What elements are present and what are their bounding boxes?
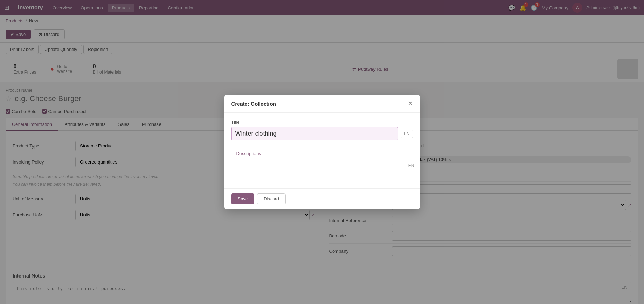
modal-tab-descriptions[interactable]: Descriptions bbox=[231, 147, 266, 160]
modal-desc-area: EN bbox=[224, 160, 420, 188]
modal-body: Title EN bbox=[224, 113, 420, 147]
modal-save-button[interactable]: Save bbox=[231, 193, 254, 204]
modal-footer: Save Discard bbox=[224, 188, 420, 209]
modal-title-input[interactable] bbox=[231, 127, 398, 140]
modal-input-row: EN bbox=[231, 127, 413, 140]
modal-title-label: Title bbox=[231, 120, 413, 125]
modal-title: Create: Collection bbox=[231, 101, 276, 107]
modal-discard-button[interactable]: Discard bbox=[257, 193, 286, 204]
modal-tabs: Descriptions bbox=[224, 147, 420, 160]
modal-title-lang: EN bbox=[401, 130, 413, 138]
modal-desc-lang: EN bbox=[408, 163, 414, 168]
modal-close-button[interactable]: ✕ bbox=[408, 100, 413, 107]
modal-header: Create: Collection ✕ bbox=[224, 95, 420, 113]
create-collection-modal: Create: Collection ✕ Title EN Descriptio… bbox=[224, 95, 420, 209]
modal-overlay: Create: Collection ✕ Title EN Descriptio… bbox=[0, 0, 644, 304]
